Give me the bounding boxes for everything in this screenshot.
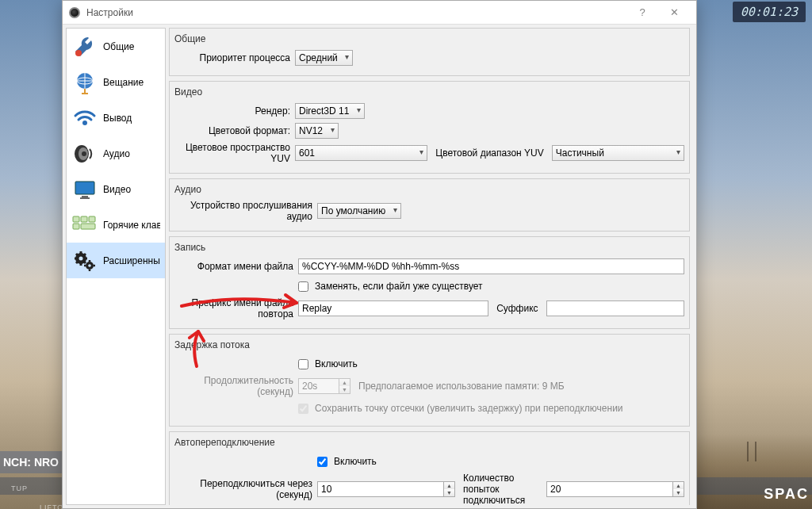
- svg-point-3: [82, 121, 87, 125]
- sidebar-item-label: Видео: [103, 184, 131, 195]
- max-retries-input[interactable]: [547, 482, 672, 496]
- svg-rect-11: [73, 216, 79, 222]
- bg-spacex-label: SPAC: [764, 486, 809, 503]
- suffix-input[interactable]: [546, 300, 684, 316]
- svg-point-17: [79, 256, 83, 260]
- group-general: Общие Приоритет процесса Средний: [169, 28, 690, 76]
- group-title: Запись: [174, 242, 684, 253]
- sidebar-item-video[interactable]: Видео: [67, 171, 165, 207]
- settings-window: Настройки ? ✕ Общие Вещание Вывод Аудио: [62, 0, 697, 509]
- retry-delay-label: Переподключиться через (секунд): [174, 478, 317, 500]
- monitor-label: Устройство прослушивания аудио: [174, 200, 317, 222]
- group-title: Аудио: [174, 184, 684, 195]
- svg-rect-9: [82, 196, 88, 197]
- spin-down-icon[interactable]: ▼: [673, 489, 684, 496]
- colorformat-select[interactable]: NV12: [295, 123, 339, 139]
- group-title: Общие: [174, 33, 684, 44]
- sidebar: Общие Вещание Вывод Аудио Видео Горячие …: [66, 28, 166, 505]
- reconnect-enable-checkbox[interactable]: [317, 457, 327, 467]
- globe-icon: [71, 69, 98, 96]
- max-retries-spinbox[interactable]: ▲▼: [546, 481, 684, 497]
- speaker-icon: [71, 140, 98, 167]
- sidebar-item-label: Горячие клав: [103, 220, 160, 231]
- group-recording: Запись Формат имени файла Заменять, если…: [169, 236, 690, 329]
- keyboard-icon: [71, 212, 98, 239]
- colorformat-label: Цветовой формат:: [174, 125, 295, 136]
- wifi-icon: [71, 105, 98, 132]
- sidebar-item-label: Вещание: [103, 77, 144, 88]
- bg-tower: [747, 442, 756, 461]
- filename-input[interactable]: [298, 258, 684, 274]
- monitor-icon: [71, 176, 98, 203]
- bg-mission-label: NCH: NRO: [0, 451, 70, 473]
- close-button[interactable]: ✕: [658, 2, 690, 24]
- retry-delay-spinbox[interactable]: ▲▼: [317, 481, 455, 497]
- sidebar-item-label: Вывод: [103, 113, 132, 124]
- overwrite-checkbox[interactable]: [298, 281, 308, 292]
- bg-bar-label-tup: TUP: [11, 484, 28, 492]
- render-label: Рендер:: [174, 105, 295, 117]
- main-panel: Общие Приоритет процесса Средний Видео Р…: [169, 28, 693, 505]
- spin-down-icon[interactable]: ▼: [339, 386, 350, 393]
- svg-rect-13: [89, 216, 95, 222]
- svg-rect-15: [81, 224, 95, 229]
- duration-spinbox[interactable]: ▲▼: [298, 378, 350, 394]
- delay-enable-label: Включить: [315, 358, 358, 369]
- sidebar-item-label: Аудио: [103, 148, 130, 159]
- group-delay: Задержка потока Включить Продолжительнос…: [169, 334, 690, 427]
- memory-estimate-label: Предполагаемое использование памяти: 9 М…: [354, 381, 569, 392]
- sidebar-item-hotkeys[interactable]: Горячие клав: [67, 207, 165, 243]
- sidebar-item-audio[interactable]: Аудио: [67, 136, 165, 171]
- svg-point-6: [82, 151, 86, 156]
- replay-prefix-label: Префикс имени файла повтора: [174, 297, 298, 320]
- reconnect-enable-label: Включить: [334, 456, 377, 467]
- group-title: Видео: [174, 86, 684, 98]
- sidebar-item-label: Общие: [103, 41, 134, 52]
- render-select[interactable]: Direct3D 11: [295, 103, 365, 119]
- spin-up-icon[interactable]: ▲: [673, 482, 684, 489]
- svg-point-19: [88, 264, 91, 267]
- monitor-select[interactable]: По умолчанию: [317, 203, 401, 219]
- delay-enable-checkbox[interactable]: [298, 359, 308, 369]
- group-audio: Аудио Устройство прослушивания аудио По …: [169, 178, 690, 232]
- retry-delay-input[interactable]: [318, 482, 443, 496]
- svg-rect-10: [80, 197, 90, 199]
- overwrite-label: Заменять, если файл уже существует: [315, 281, 483, 292]
- sidebar-item-advanced[interactable]: Расширенны: [67, 243, 165, 278]
- colorrange-select[interactable]: Частичный: [552, 145, 684, 161]
- colorspace-label: Цветовое пространство YUV: [174, 142, 295, 164]
- sidebar-item-label: Расширенны: [103, 255, 160, 266]
- help-button[interactable]: ?: [626, 2, 658, 24]
- duration-input: [299, 379, 339, 393]
- obs-icon: [69, 7, 80, 18]
- wrench-icon: [71, 33, 98, 60]
- group-video: Видео Рендер: Direct3D 11 Цветовой форма…: [169, 81, 690, 174]
- priority-label: Приоритет процесса: [174, 52, 295, 63]
- duration-label: Продолжительность (секунд): [174, 375, 298, 397]
- group-title: Автопереподключение: [174, 437, 684, 448]
- svg-rect-14: [73, 224, 79, 229]
- spin-down-icon[interactable]: ▼: [444, 489, 454, 496]
- window-title: Настройки: [86, 7, 626, 18]
- group-reconnect: Автопереподключение Включить Переподключ…: [169, 431, 690, 505]
- spin-up-icon[interactable]: ▲: [444, 482, 454, 489]
- max-retries-label: Количество попыток подключиться: [458, 473, 543, 505]
- preserve-cutoff-checkbox: [298, 404, 308, 414]
- sidebar-item-output[interactable]: Вывод: [67, 100, 165, 136]
- svg-rect-7: [75, 182, 94, 194]
- bg-timer: 00:01:23: [733, 2, 806, 22]
- sidebar-item-stream[interactable]: Вещание: [67, 64, 165, 100]
- priority-select[interactable]: Средний: [295, 50, 353, 66]
- svg-rect-12: [81, 216, 87, 222]
- replay-prefix-input[interactable]: [298, 300, 488, 316]
- colorspace-select[interactable]: 601: [295, 145, 427, 161]
- suffix-label: Суффикс: [492, 303, 542, 314]
- gears-icon: [71, 247, 98, 274]
- preserve-cutoff-label: Сохранить точку отсечки (увеличить задер…: [315, 403, 623, 414]
- filename-label: Формат имени файла: [174, 261, 298, 272]
- group-title: Задержка потока: [174, 339, 684, 350]
- spin-up-icon[interactable]: ▲: [339, 379, 350, 386]
- sidebar-item-general[interactable]: Общие: [67, 29, 165, 64]
- titlebar[interactable]: Настройки ? ✕: [63, 1, 696, 25]
- svg-point-0: [75, 50, 82, 56]
